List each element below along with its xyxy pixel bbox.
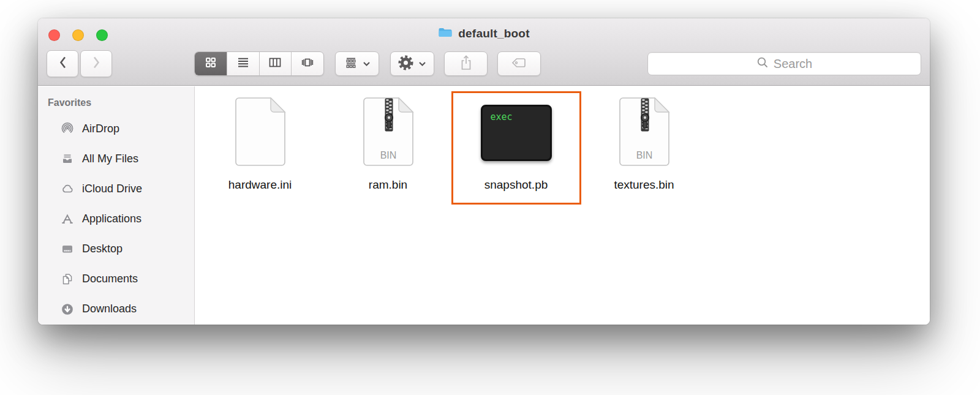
gear-icon: [398, 55, 413, 73]
file-name: snapshot.pb: [484, 178, 548, 192]
sidebar-section-title: Favorites: [38, 97, 194, 108]
sidebar-item-documents[interactable]: Documents: [38, 264, 194, 294]
document-file-icon: [233, 97, 288, 168]
screenshot: default_boot: [0, 0, 980, 395]
files-row: hardware.ini: [195, 86, 930, 192]
file-name: textures.bin: [614, 178, 674, 192]
sidebar-item-all-my-files[interactable]: All My Files: [38, 144, 194, 174]
all-my-files-icon: [61, 152, 74, 166]
sidebar: Favorites AirDrop: [38, 86, 195, 325]
list-view-icon: [236, 56, 250, 72]
toolbar: Search: [38, 49, 930, 86]
chevron-right-icon: [92, 55, 101, 72]
search-placeholder: Search: [774, 57, 812, 71]
archive-bin-file-icon: BIN: [361, 97, 416, 168]
sidebar-item-label: AirDrop: [82, 122, 119, 135]
sidebar-item-label: Applications: [82, 213, 141, 225]
exec-icon-text: exec: [491, 111, 513, 122]
column-view-icon: [268, 56, 282, 72]
back-button[interactable]: [47, 50, 78, 77]
chevron-left-icon: [58, 55, 67, 72]
window-header: default_boot: [38, 18, 930, 86]
tag-button[interactable]: [497, 51, 541, 76]
chevron-down-icon: [418, 58, 426, 69]
executable-file-icon: exec: [481, 105, 552, 161]
sidebar-item-label: All My Files: [82, 152, 138, 165]
arrange-icon: [344, 56, 358, 72]
arrange-button[interactable]: [335, 51, 379, 76]
archive-bin-file-icon: BIN: [617, 97, 672, 168]
folder-icon: [438, 27, 453, 40]
window-body: Favorites AirDrop: [38, 86, 930, 325]
file-browser-content: hardware.ini: [195, 86, 930, 325]
search-input[interactable]: Search: [647, 52, 921, 75]
finder-window: default_boot: [38, 18, 930, 325]
archive-badge: BIN: [636, 150, 652, 160]
file-item-hardware-ini[interactable]: hardware.ini: [196, 99, 324, 192]
coverflow-view-icon: [301, 56, 314, 72]
airdrop-icon: [61, 122, 74, 136]
titlebar: default_boot: [38, 18, 930, 49]
sidebar-item-airdrop[interactable]: AirDrop: [38, 114, 194, 144]
grid-view-icon: [204, 56, 217, 72]
file-name: hardware.ini: [228, 178, 292, 192]
applications-icon: [61, 213, 74, 226]
file-item-snapshot-pb[interactable]: exec snapshot.pb: [452, 99, 580, 192]
sidebar-item-icloud-drive[interactable]: iCloud Drive: [38, 174, 194, 204]
sidebar-item-desktop[interactable]: Desktop: [38, 234, 194, 264]
icon-view-button[interactable]: [195, 52, 227, 75]
sidebar-item-label: iCloud Drive: [82, 182, 142, 195]
desktop-icon: [61, 243, 74, 256]
action-button[interactable]: [390, 51, 434, 76]
documents-icon: [61, 273, 74, 286]
share-button[interactable]: [444, 51, 488, 76]
file-item-textures-bin[interactable]: BIN textures.bin: [580, 99, 708, 192]
file-item-ram-bin[interactable]: BIN ram.bin: [324, 99, 452, 192]
sidebar-item-downloads[interactable]: Downloads: [38, 294, 194, 324]
forward-button[interactable]: [80, 50, 112, 77]
column-view-button[interactable]: [259, 52, 292, 75]
list-view-button[interactable]: [227, 52, 259, 75]
sidebar-item-applications[interactable]: Applications: [38, 204, 194, 234]
search-icon: [756, 56, 769, 71]
view-mode-segmented-control: [194, 51, 324, 76]
window-title: default_boot: [458, 27, 529, 40]
tag-icon: [511, 56, 527, 72]
chevron-down-icon: [363, 58, 371, 69]
sidebar-item-label: Desktop: [82, 243, 123, 255]
archive-badge: BIN: [380, 150, 396, 160]
file-name: ram.bin: [369, 178, 407, 192]
sidebar-item-label: Documents: [82, 273, 138, 285]
sidebar-item-label: Downloads: [82, 303, 137, 315]
icloud-icon: [61, 182, 74, 196]
downloads-icon: [61, 303, 74, 316]
share-icon: [459, 55, 473, 73]
coverflow-view-button[interactable]: [291, 52, 323, 75]
